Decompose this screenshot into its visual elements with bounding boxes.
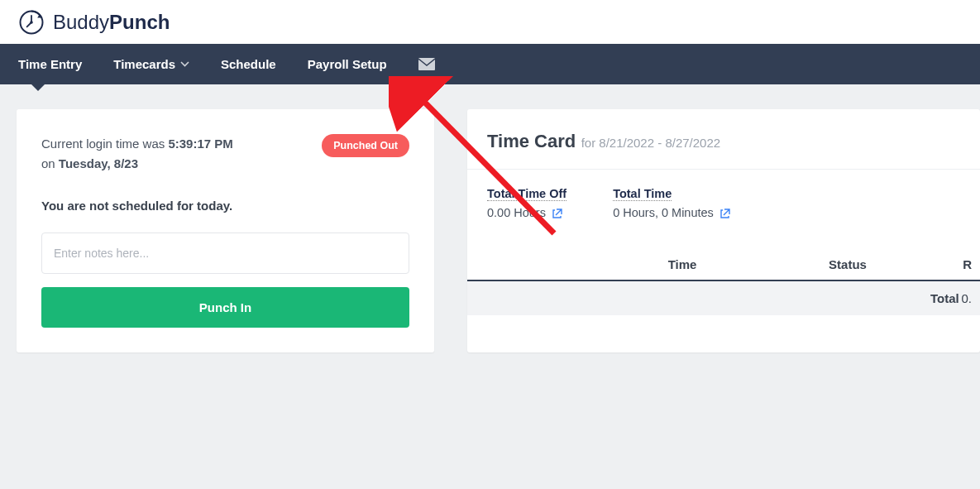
login-prefix: Current login time was (41, 137, 168, 151)
nav-timecards-label: Timecards (113, 57, 175, 71)
col-time: Time (600, 257, 765, 271)
punch-status-badge: Punched Out (322, 134, 409, 157)
timecard-range-value: 8/21/2022 - 8/27/2022 (599, 136, 720, 150)
login-on: on (41, 156, 59, 170)
app-header: BuddyPunch (0, 0, 980, 44)
col-status: Status (765, 257, 930, 271)
punch-card: Punched Out Current login time was 5:39:… (17, 109, 434, 352)
stat-time-off-value: 0.00 Hours (487, 206, 546, 219)
main-nav: Time Entry Timecards Schedule Payroll Se… (0, 44, 980, 84)
notes-input[interactable] (41, 233, 409, 274)
timecard-table-head: Time Status R (467, 249, 980, 281)
svg-marker-1 (37, 14, 42, 18)
timecard-total-row: Total 0. (467, 281, 980, 315)
stat-time-off: Total Time Off 0.00 Hours (487, 186, 566, 219)
stat-total-time-value: 0 Hours, 0 Minutes (613, 206, 714, 219)
envelope-icon (418, 58, 435, 70)
timecard-panel: Time Card for 8/21/2022 - 8/27/2022 Tota… (467, 109, 980, 352)
login-time: 5:39:17 PM (168, 137, 232, 151)
nav-schedule[interactable]: Schedule (221, 57, 276, 71)
schedule-status: You are not scheduled for today. (41, 199, 409, 213)
clock-logo-icon (17, 7, 46, 37)
stat-total-time-label: Total Time (613, 187, 672, 201)
brand-name: BuddyPunch (53, 11, 170, 34)
timecard-range-prefix: for (581, 136, 600, 150)
timecard-total-value: 0. (961, 291, 980, 305)
external-link-icon[interactable] (552, 209, 562, 218)
timecard-table: Time Status R Total 0. (467, 249, 980, 315)
timecard-stats: Total Time Off 0.00 Hours Total Time 0 H… (467, 170, 980, 249)
login-date: Tuesday, 8/23 (59, 156, 138, 170)
stat-time-off-label: Total Time Off (487, 187, 566, 201)
chevron-down-icon (180, 61, 189, 67)
timecard-header: Time Card for 8/21/2022 - 8/27/2022 (467, 109, 980, 170)
external-link-icon[interactable] (720, 209, 730, 218)
stat-total-time-value-row: 0 Hours, 0 Minutes (613, 206, 730, 219)
brand-name-bold: Punch (109, 11, 170, 33)
nav-messages[interactable] (418, 58, 435, 70)
svg-rect-5 (418, 58, 435, 70)
brand-logo: BuddyPunch (17, 7, 170, 37)
active-nav-pointer (28, 81, 48, 91)
timecard-range: for 8/21/2022 - 8/27/2022 (581, 136, 720, 150)
main-content: Punched Out Current login time was 5:39:… (0, 84, 980, 352)
stat-time-off-value-row: 0.00 Hours (487, 206, 566, 219)
punch-in-button[interactable]: Punch In (41, 287, 409, 328)
timecard-title: Time Card (487, 131, 576, 151)
stat-total-time: Total Time 0 Hours, 0 Minutes (613, 186, 730, 219)
brand-name-light: Buddy (53, 11, 109, 33)
timecard-total-label: Total (930, 291, 959, 305)
nav-time-entry[interactable]: Time Entry (18, 57, 82, 71)
nav-timecards[interactable]: Timecards (113, 57, 189, 71)
nav-payroll-setup[interactable]: Payroll Setup (308, 57, 387, 71)
svg-line-4 (27, 22, 31, 26)
col-r: R (947, 257, 980, 271)
